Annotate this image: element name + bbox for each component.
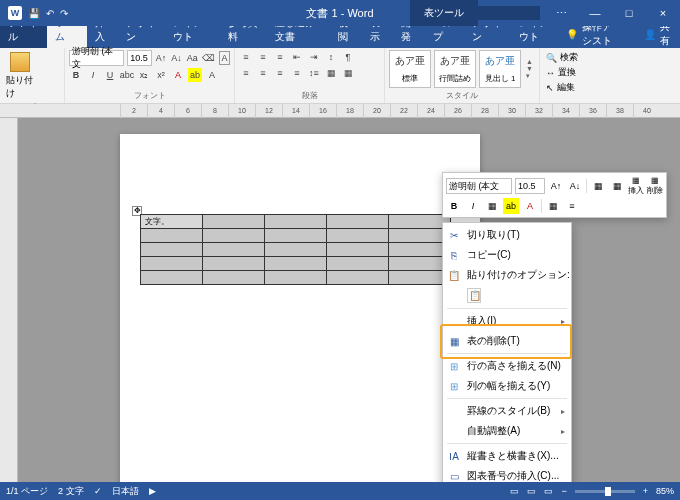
- text-effects-button[interactable]: A: [205, 68, 219, 82]
- sort-button[interactable]: ↕: [324, 50, 338, 64]
- table-cell[interactable]: [141, 257, 203, 271]
- close-button[interactable]: ×: [646, 0, 680, 26]
- ctx-text-direction[interactable]: ⅠA縦書きと横書き(X)...: [443, 446, 571, 466]
- table-cell[interactable]: [141, 271, 203, 285]
- mt-border[interactable]: ▦: [545, 198, 561, 214]
- mt-shrink-font[interactable]: A↓: [567, 178, 583, 194]
- vertical-ruler[interactable]: [0, 118, 18, 482]
- mt-italic[interactable]: I: [465, 198, 481, 214]
- table-cell[interactable]: 文字。: [141, 215, 203, 229]
- bold-button[interactable]: B: [69, 68, 83, 82]
- save-icon[interactable]: 💾: [28, 8, 40, 19]
- ctx-distribute-cols[interactable]: ⊞列の幅を揃える(Y): [443, 376, 571, 396]
- decrease-indent-button[interactable]: ⇤: [290, 50, 304, 64]
- mt-grow-font[interactable]: A↑: [548, 178, 564, 194]
- table-cell[interactable]: [327, 229, 389, 243]
- table-cell[interactable]: [265, 257, 327, 271]
- line-spacing-button[interactable]: ↕≡: [307, 66, 321, 80]
- borders-button[interactable]: ▦: [341, 66, 355, 80]
- mt-size-combo[interactable]: 10.5: [515, 178, 545, 194]
- table-cell[interactable]: [203, 271, 265, 285]
- ribbon-options-button[interactable]: ⋯: [544, 0, 578, 26]
- strike-button[interactable]: abc: [120, 68, 134, 82]
- table-cell[interactable]: [203, 243, 265, 257]
- document-table[interactable]: 文字。: [140, 214, 451, 285]
- table-cell[interactable]: [327, 243, 389, 257]
- shrink-font-icon[interactable]: A↓: [170, 51, 183, 65]
- share-icon[interactable]: 👤: [644, 29, 656, 40]
- superscript-button[interactable]: x²: [154, 68, 168, 82]
- zoom-in-button[interactable]: +: [643, 486, 648, 496]
- table-cell[interactable]: [265, 215, 327, 229]
- align-right-button[interactable]: ≡: [273, 66, 287, 80]
- mt-delete-icon[interactable]: ▦: [651, 176, 659, 185]
- mt-font-combo[interactable]: 游明朝 (本文: [446, 178, 512, 194]
- status-page[interactable]: 1/1 ページ: [6, 485, 48, 498]
- numbering-button[interactable]: ≡: [256, 50, 270, 64]
- paste-button[interactable]: 貼り付け: [4, 50, 36, 102]
- table-cell[interactable]: [327, 215, 389, 229]
- change-case-icon[interactable]: Aa: [186, 51, 199, 65]
- bullets-button[interactable]: ≡: [239, 50, 253, 64]
- ctx-delete-table[interactable]: ▦表の削除(T): [443, 331, 571, 351]
- styles-scroll-down[interactable]: ▼: [526, 65, 533, 72]
- status-macro-icon[interactable]: ▶: [149, 486, 156, 496]
- table-cell[interactable]: [203, 229, 265, 243]
- mt-insert-icon[interactable]: ▦: [632, 176, 640, 185]
- ctx-copy[interactable]: ⎘コピー(C): [443, 245, 571, 265]
- status-language[interactable]: 日本語: [112, 485, 139, 498]
- view-print-icon[interactable]: ▭: [527, 486, 536, 496]
- grow-font-icon[interactable]: A↑: [155, 51, 168, 65]
- table-cell[interactable]: [203, 215, 265, 229]
- increase-indent-button[interactable]: ⇥: [307, 50, 321, 64]
- view-read-icon[interactable]: ▭: [510, 486, 519, 496]
- align-center-button[interactable]: ≡: [256, 66, 270, 80]
- zoom-level[interactable]: 85%: [656, 486, 674, 496]
- table-cell[interactable]: [141, 243, 203, 257]
- align-left-button[interactable]: ≡: [239, 66, 253, 80]
- ctx-autofit[interactable]: 自動調整(A)▸: [443, 421, 571, 441]
- minimize-button[interactable]: —: [578, 0, 612, 26]
- shading-button[interactable]: ▦: [324, 66, 338, 80]
- horizontal-ruler[interactable]: 246810121416182022242628303234363840: [0, 104, 680, 118]
- ctx-border-style[interactable]: 罫線のスタイル(B)▸: [443, 401, 571, 421]
- status-spellcheck-icon[interactable]: ✓: [94, 486, 102, 496]
- select-button[interactable]: ↖編集: [544, 80, 580, 95]
- table-cell[interactable]: [265, 229, 327, 243]
- enclose-char-icon[interactable]: A: [219, 51, 230, 65]
- subscript-button[interactable]: x₂: [137, 68, 151, 82]
- font-size-combo[interactable]: 10.5: [127, 50, 151, 66]
- clear-format-icon[interactable]: ⌫: [202, 51, 216, 65]
- replace-button[interactable]: ↔置換: [544, 65, 580, 80]
- mt-align[interactable]: ≡: [564, 198, 580, 214]
- zoom-slider[interactable]: [575, 490, 635, 493]
- font-name-combo[interactable]: 游明朝 (本文: [69, 50, 124, 66]
- table-cell[interactable]: [265, 243, 327, 257]
- document-page[interactable]: ✥: [120, 134, 480, 500]
- view-web-icon[interactable]: ▭: [544, 486, 553, 496]
- mt-bold[interactable]: B: [446, 198, 462, 214]
- font-color-button[interactable]: A: [171, 68, 185, 82]
- ctx-distribute-rows[interactable]: ⊞行の高さを揃える(N): [443, 356, 571, 376]
- style-normal[interactable]: あア亜標準: [389, 50, 431, 88]
- show-marks-button[interactable]: ¶: [341, 50, 355, 64]
- table-cell[interactable]: [327, 271, 389, 285]
- undo-icon[interactable]: ↶: [46, 8, 54, 19]
- style-heading1[interactable]: あア亜見出し 1: [479, 50, 521, 88]
- style-nospacing[interactable]: あア亜行間詰め: [434, 50, 476, 88]
- table-cell[interactable]: [327, 257, 389, 271]
- highlight-button[interactable]: ab: [188, 68, 202, 82]
- table-cell[interactable]: [265, 271, 327, 285]
- underline-button[interactable]: U: [103, 68, 117, 82]
- find-button[interactable]: 🔍検索: [544, 50, 580, 65]
- mt-highlight[interactable]: ab: [503, 198, 519, 214]
- mt-table-icon[interactable]: ▦: [609, 178, 625, 194]
- ctx-cut[interactable]: ✂切り取り(T): [443, 225, 571, 245]
- justify-button[interactable]: ≡: [290, 66, 304, 80]
- redo-icon[interactable]: ↷: [60, 8, 68, 19]
- table-cell[interactable]: [203, 257, 265, 271]
- multilevel-button[interactable]: ≡: [273, 50, 287, 64]
- maximize-button[interactable]: □: [612, 0, 646, 26]
- ctx-insert[interactable]: 挿入(I)▸: [443, 311, 571, 331]
- styles-more[interactable]: ▾: [526, 72, 533, 80]
